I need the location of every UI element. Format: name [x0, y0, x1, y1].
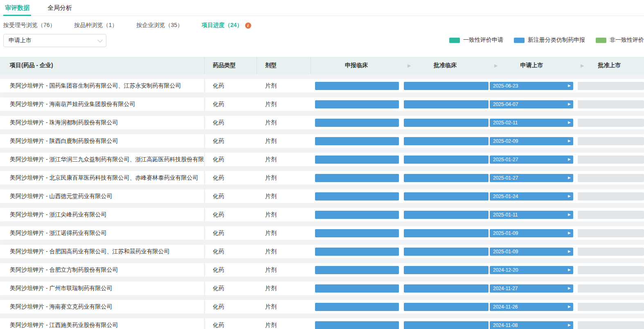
- stage-bar-apply-market[interactable]: 2025-02-11 ▶: [490, 119, 573, 127]
- stage-bar-apply-clinical[interactable]: [315, 119, 399, 127]
- subtab-by-variety[interactable]: 按品种浏览（1）: [74, 22, 118, 29]
- project-cell[interactable]: 美阿沙坦钾片 - 浙江华润三九众益制药有限公司、浙江高跖医药科技股份有限...: [0, 153, 205, 166]
- stage-bar-apply-clinical[interactable]: [315, 192, 399, 201]
- stage-bar-approve-market: [578, 82, 644, 90]
- stage-bar-approve-clinical[interactable]: [404, 248, 489, 256]
- project-name: 美阿沙坦钾片 - 海南赛立克药业有限公司: [10, 303, 112, 311]
- stage-bar-approve-market: [578, 155, 644, 164]
- drug-type-cell: 化药: [205, 97, 257, 111]
- project-cell[interactable]: 美阿沙坦钾片 - 浙江诺得药业有限公司: [0, 226, 205, 240]
- stage-bar-apply-market[interactable]: 2025-01-09 ▶: [490, 229, 573, 237]
- stage-bar-apply-clinical[interactable]: [315, 266, 399, 274]
- stage-bar-apply-market[interactable]: 2025-01-09 ▶: [490, 248, 573, 256]
- project-cell[interactable]: 美阿沙坦钾片 - 山西德元堂药业有限公司: [0, 189, 205, 203]
- stage-select-dropdown[interactable]: 申请上市: [3, 34, 106, 47]
- drug-type-cell: 化药: [205, 116, 257, 129]
- stage-bar-approve-clinical[interactable]: [404, 119, 489, 127]
- stage-bar-apply-clinical[interactable]: [315, 211, 399, 219]
- project-cell[interactable]: 美阿沙坦钾片 - 合肥国高药业有限公司、江苏和晨药业有限公司: [0, 245, 205, 258]
- project-cell[interactable]: 美阿沙坦钾片 - 国药集团容生制药有限公司、江苏永安制药有限公司: [0, 79, 205, 92]
- project-cell[interactable]: 美阿沙坦钾片 - 合肥立方制药股份有限公司: [0, 263, 205, 277]
- subtab-project-progress[interactable]: 项目进度（24） i: [202, 22, 251, 29]
- project-cell[interactable]: 美阿沙坦钾片 - 浙江尖峰药业有限公司: [0, 208, 205, 221]
- stage-bar-apply-clinical[interactable]: [315, 303, 399, 311]
- header-stage-approve-market: ▶批准上市: [575, 57, 644, 74]
- project-cell[interactable]: 美阿沙坦钾片 - 江西施美药业股份有限公司: [0, 318, 205, 329]
- tab-global-analysis[interactable]: 全局分析: [46, 0, 74, 16]
- stage-bar-apply-market[interactable]: 2024-12-20 ▶: [490, 266, 573, 274]
- stage-bar-apply-market[interactable]: 2025-02-09 ▶: [490, 137, 573, 145]
- stage-bar-apply-clinical[interactable]: [315, 248, 399, 256]
- stage-bar-apply-clinical[interactable]: [315, 137, 399, 145]
- table-row: 美阿沙坦钾片 - 江西施美药业股份有限公司 化药 片剂 2024-11-08 ▶: [0, 313, 644, 329]
- header-stage-apply-clinical: 申报临床: [311, 57, 402, 74]
- stage-bar-approve-clinical[interactable]: [404, 174, 489, 182]
- dosage-form-cell: 片剂: [257, 189, 311, 203]
- drug-type-cell: 化药: [205, 318, 257, 329]
- project-cell[interactable]: 美阿沙坦钾片 - 北京民康百草医药科技有限公司、赤峰赛林泰药业有限公司: [0, 171, 205, 185]
- legend-label: 新注册分类仿制药申报: [528, 36, 585, 44]
- stage-bar-approve-clinical[interactable]: [404, 192, 489, 201]
- top-tab-bar: 审评数据 全局分析: [0, 0, 644, 16]
- stage-select-value: 申请上市: [9, 37, 32, 44]
- dosage-form-cell: 片剂: [257, 153, 311, 166]
- tab-review-data[interactable]: 审评数据: [3, 0, 31, 16]
- play-icon: ▶: [568, 121, 571, 124]
- project-cell[interactable]: 美阿沙坦钾片 - 海南赛立克药业有限公司: [0, 300, 205, 313]
- stage-bar-apply-clinical[interactable]: [315, 321, 399, 329]
- stage-bar-approve-clinical[interactable]: [404, 82, 489, 90]
- subtab-by-enterprise[interactable]: 按企业浏览（35）: [136, 22, 183, 29]
- stage-bar-approve-clinical[interactable]: [404, 155, 489, 164]
- table-header: 项目(药品 - 企业) 药品类型 剂型 申报临床 ▶批准临床 ▶申请上市 ▶批准…: [0, 57, 644, 74]
- info-icon[interactable]: i: [245, 23, 251, 29]
- project-name: 美阿沙坦钾片 - 浙江尖峰药业有限公司: [10, 211, 106, 219]
- legend: 一致性评价申请 新注册分类仿制药申报 非一致性评价: [449, 36, 644, 44]
- table-row: 美阿沙坦钾片 - 广州市联瑞制药有限公司 化药 片剂 2024-11-27 ▶: [0, 277, 644, 295]
- stage-bar-apply-clinical[interactable]: [315, 82, 399, 90]
- stage-bar-apply-market[interactable]: 2025-01-24 ▶: [490, 192, 573, 201]
- stage-bar-approve-clinical[interactable]: [404, 100, 489, 108]
- legend-item-non-consistency: 非一致性评价: [596, 36, 644, 44]
- dosage-form-cell: 片剂: [257, 79, 311, 92]
- stage-bar-approve-clinical[interactable]: [404, 303, 489, 311]
- dosage-form-cell: 片剂: [257, 318, 311, 329]
- project-cell[interactable]: 美阿沙坦钾片 - 陕西白鹿制药股份有限公司: [0, 134, 205, 148]
- stage-bar-apply-market[interactable]: 2025-06-23 ▶: [490, 82, 573, 90]
- stage-bar-apply-market[interactable]: 2024-11-08 ▶: [490, 321, 573, 329]
- stage-bar-approve-market: [578, 211, 644, 219]
- stage-bar-apply-market[interactable]: 2025-01-27 ▶: [490, 174, 573, 182]
- stage-bar-approve-clinical[interactable]: [404, 137, 489, 145]
- stage-bar-apply-clinical[interactable]: [315, 155, 399, 164]
- stage-bar-approve-market: [578, 266, 644, 274]
- table-row: 美阿沙坦钾片 - 山西德元堂药业有限公司 化药 片剂 2025-01-24 ▶: [0, 185, 644, 203]
- dosage-form-cell: 片剂: [257, 282, 311, 295]
- stage-bar-apply-clinical[interactable]: [315, 284, 399, 293]
- stage-bar-apply-clinical[interactable]: [315, 100, 399, 108]
- header-stage-approve-clinical: ▶批准临床: [402, 57, 489, 74]
- stage-bar-approve-clinical[interactable]: [404, 321, 489, 329]
- project-cell[interactable]: 美阿沙坦钾片 - 珠海润都制药股份有限公司: [0, 116, 205, 129]
- stage-bar-approve-clinical[interactable]: [404, 284, 489, 293]
- stage-bar-approve-market: [578, 137, 644, 145]
- stage-bar-apply-market[interactable]: 2025-01-11 ▶: [490, 211, 573, 219]
- stage-bar-apply-market[interactable]: 2025-04-07 ▶: [490, 100, 573, 108]
- table-row: 美阿沙坦钾片 - 合肥立方制药股份有限公司 化药 片剂 2024-12-20 ▶: [0, 258, 644, 277]
- stage-bar-approve-clinical[interactable]: [404, 211, 489, 219]
- stage-bar-apply-clinical[interactable]: [315, 174, 399, 182]
- table-row: 美阿沙坦钾片 - 海南葫芦娃药业集团股份有限公司 化药 片剂 2025-04-0…: [0, 92, 644, 111]
- stage-bar-apply-market[interactable]: 2025-01-27 ▶: [490, 155, 573, 164]
- play-icon: ▶: [568, 286, 571, 290]
- submit-date-label: 2025-01-27: [490, 157, 518, 162]
- header-project: 项目(药品 - 企业): [0, 57, 205, 74]
- table-row: 美阿沙坦钾片 - 海南赛立克药业有限公司 化药 片剂 2024-11-26 ▶: [0, 295, 644, 313]
- project-cell[interactable]: 美阿沙坦钾片 - 海南葫芦娃药业集团股份有限公司: [0, 97, 205, 111]
- project-cell[interactable]: 美阿沙坦钾片 - 广州市联瑞制药有限公司: [0, 282, 205, 295]
- stage-bar-approve-clinical[interactable]: [404, 266, 489, 274]
- sub-tab-bar: 按受理号浏览（76） 按品种浏览（1） 按企业浏览（35） 项目进度（24） i: [0, 16, 644, 33]
- stage-bar-apply-market[interactable]: 2024-11-26 ▶: [490, 303, 573, 311]
- stage-bar-apply-clinical[interactable]: [315, 229, 399, 237]
- stage-bar-approve-clinical[interactable]: [404, 229, 489, 237]
- play-icon: ▶: [568, 268, 571, 272]
- stage-bar-apply-market[interactable]: 2024-11-27 ▶: [490, 284, 573, 293]
- subtab-by-acceptance-no[interactable]: 按受理号浏览（76）: [3, 22, 56, 29]
